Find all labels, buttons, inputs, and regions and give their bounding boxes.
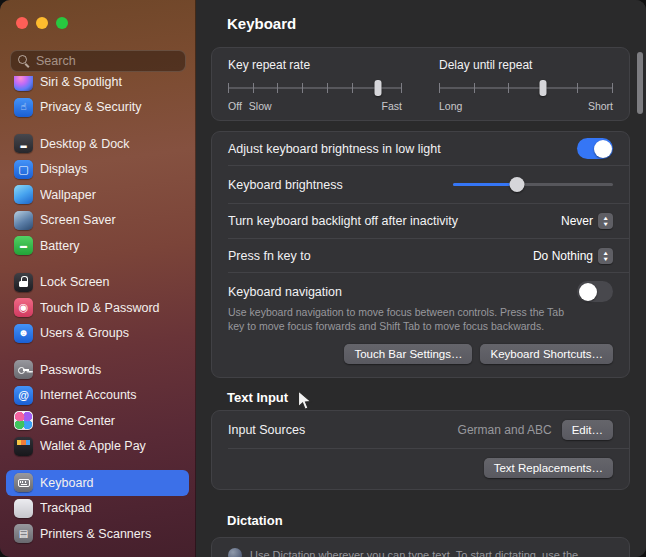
desktop-dock-icon: ▂ — [14, 134, 33, 153]
popup-stepper-icon[interactable]: ▲ ▼ — [598, 248, 613, 264]
lock-screen-icon — [14, 273, 33, 292]
touch-id-icon: ◉ — [14, 298, 33, 317]
battery-icon: ▬ — [14, 236, 33, 255]
low-light-toggle[interactable] — [577, 138, 613, 159]
printers-scanners-icon: ▤ — [14, 524, 33, 543]
keyboard-settings-pane: Keyboard Key repeat rate Off Slow Fast D… — [196, 0, 646, 557]
nav-group: Passwords @ Internet Accounts Game Cente… — [6, 357, 189, 459]
key-repeat-slider[interactable] — [228, 79, 402, 97]
sidebar-item-siri-spotlight[interactable]: Siri & Spotlight — [6, 76, 189, 95]
search-field[interactable] — [10, 50, 186, 72]
slider-end-labels: Off Slow Fast — [228, 100, 402, 112]
sidebar-item-trackpad[interactable]: Trackpad — [6, 496, 189, 522]
slider-thumb[interactable] — [510, 177, 525, 192]
screen-saver-icon — [14, 211, 33, 230]
brightness-slider[interactable] — [453, 176, 613, 193]
game-center-icon — [14, 411, 33, 430]
sidebar-item-label: Lock Screen — [40, 275, 181, 289]
sidebar-item-wallet-apple-pay[interactable]: Wallet & Apple Pay — [6, 434, 189, 460]
low-light-label: Adjust keyboard brightness in low light — [228, 142, 441, 156]
minimize-window-button[interactable] — [36, 17, 48, 29]
long-label: Long — [439, 100, 462, 112]
sidebar-item-printers-scanners[interactable]: ▤ Printers & Scanners — [6, 521, 189, 547]
tick-marks — [439, 83, 613, 93]
edit-input-sources-button[interactable]: Edit… — [562, 420, 613, 440]
card-buttons-row: Touch Bar Settings… Keyboard Shortcuts… — [212, 338, 629, 377]
sidebar-item-label: Siri & Spotlight — [40, 76, 181, 89]
popup-value: Never — [561, 214, 593, 228]
scrollbar-thumb[interactable] — [637, 52, 643, 114]
sidebar-item-label: Battery — [40, 239, 181, 253]
key-repeat-label: Key repeat rate — [228, 58, 402, 72]
search-input[interactable] — [36, 54, 178, 68]
delay-slider[interactable] — [439, 79, 613, 97]
sidebar-item-displays[interactable]: ▢ Displays — [6, 157, 189, 183]
text-replacements-button[interactable]: Text Replacements… — [484, 458, 613, 478]
wallpaper-icon — [14, 185, 33, 204]
popup-value: Do Nothing — [533, 249, 593, 263]
keyboard-navigation-description: Use keyboard navigation to move focus be… — [228, 306, 580, 334]
input-sources-label: Input Sources — [228, 423, 305, 437]
sidebar-item-label: Trackpad — [40, 501, 181, 515]
inactivity-row: Turn keyboard backlight off after inacti… — [212, 204, 629, 238]
touch-bar-settings-button[interactable]: Touch Bar Settings… — [344, 344, 472, 364]
sidebar-item-label: Wallpaper — [40, 188, 181, 202]
keyboard-navigation-toggle[interactable] — [577, 281, 613, 302]
sidebar-item-label: Screen Saver — [40, 213, 181, 227]
internet-accounts-icon: @ — [14, 386, 33, 405]
brightness-row: Keyboard brightness — [212, 166, 629, 203]
sidebar-item-wallpaper[interactable]: Wallpaper — [6, 182, 189, 208]
slider-thumb[interactable] — [540, 80, 547, 96]
toggle-knob[interactable] — [594, 140, 612, 158]
dictation-intro-row: Use Dictation wherever you can type text… — [212, 538, 629, 557]
sidebar-item-screen-saver[interactable]: Screen Saver — [6, 208, 189, 234]
window-controls — [16, 17, 68, 29]
siri-spotlight-icon — [14, 76, 33, 91]
sidebar-item-passwords[interactable]: Passwords — [6, 357, 189, 383]
delay-group: Delay until repeat Long Short — [439, 58, 613, 112]
dictation-icon — [228, 548, 242, 557]
displays-icon: ▢ — [14, 160, 33, 179]
page-title: Keyboard — [227, 15, 296, 32]
backlight-card: Adjust keyboard brightness in low light … — [211, 131, 630, 378]
slider-end-labels: Long Short — [439, 100, 613, 112]
inactivity-popup[interactable]: Never ▲ ▼ — [561, 213, 613, 229]
keyboard-icon — [14, 473, 33, 492]
sidebar: Siri & Spotlight ☝ Privacy & Security ▂ … — [0, 0, 196, 557]
nav-group: ▂ Desktop & Dock ▢ Displays Wallpaper Sc… — [6, 131, 189, 259]
zoom-window-button[interactable] — [56, 17, 68, 29]
sidebar-item-battery[interactable]: ▬ Battery — [6, 233, 189, 259]
dictation-card: Use Dictation wherever you can type text… — [211, 537, 630, 557]
keyboard-navigation-label: Keyboard navigation — [228, 285, 342, 299]
key-repeat-group: Key repeat rate Off Slow Fast — [228, 58, 402, 112]
keyboard-navigation-row: Keyboard navigation Use keyboard navigat… — [212, 273, 629, 338]
keyboard-shortcuts-button[interactable]: Keyboard Shortcuts… — [480, 344, 613, 364]
popup-stepper-icon[interactable]: ▲ ▼ — [598, 213, 613, 229]
sidebar-item-lock-screen[interactable]: Lock Screen — [6, 270, 189, 296]
sidebar-item-touch-id[interactable]: ◉ Touch ID & Password — [6, 295, 189, 321]
wallet-apple-pay-icon — [14, 437, 33, 456]
dictation-section-title: Dictation — [227, 513, 283, 528]
key-repeat-card: Key repeat rate Off Slow Fast Delay unti… — [211, 47, 630, 121]
toggle-knob[interactable] — [579, 283, 597, 301]
fn-key-popup[interactable]: Do Nothing ▲ ▼ — [533, 248, 613, 264]
sidebar-item-desktop-dock[interactable]: ▂ Desktop & Dock — [6, 131, 189, 157]
sidebar-item-keyboard[interactable]: Keyboard — [6, 470, 189, 496]
sidebar-item-privacy-security[interactable]: ☝ Privacy & Security — [6, 95, 189, 121]
slider-fill — [453, 183, 517, 186]
sidebar-item-internet-accounts[interactable]: @ Internet Accounts — [6, 383, 189, 409]
input-sources-value: German and ABC — [458, 423, 552, 437]
dictation-intro-text: Use Dictation wherever you can type text… — [250, 548, 578, 557]
sidebar-nav: Siri & Spotlight ☝ Privacy & Security ▂ … — [6, 76, 189, 557]
brightness-label: Keyboard brightness — [228, 178, 343, 192]
sidebar-item-label: Keyboard — [40, 476, 181, 490]
trackpad-icon — [14, 499, 33, 518]
nav-group: Lock Screen ◉ Touch ID & Password ☻ User… — [6, 270, 189, 347]
slider-thumb[interactable] — [374, 80, 381, 96]
close-window-button[interactable] — [16, 17, 28, 29]
inactivity-label: Turn keyboard backlight off after inacti… — [228, 214, 458, 228]
users-groups-icon: ☻ — [14, 324, 33, 343]
sidebar-item-users-groups[interactable]: ☻ Users & Groups — [6, 321, 189, 347]
sidebar-item-game-center[interactable]: Game Center — [6, 408, 189, 434]
low-light-row: Adjust keyboard brightness in low light — [212, 132, 629, 165]
